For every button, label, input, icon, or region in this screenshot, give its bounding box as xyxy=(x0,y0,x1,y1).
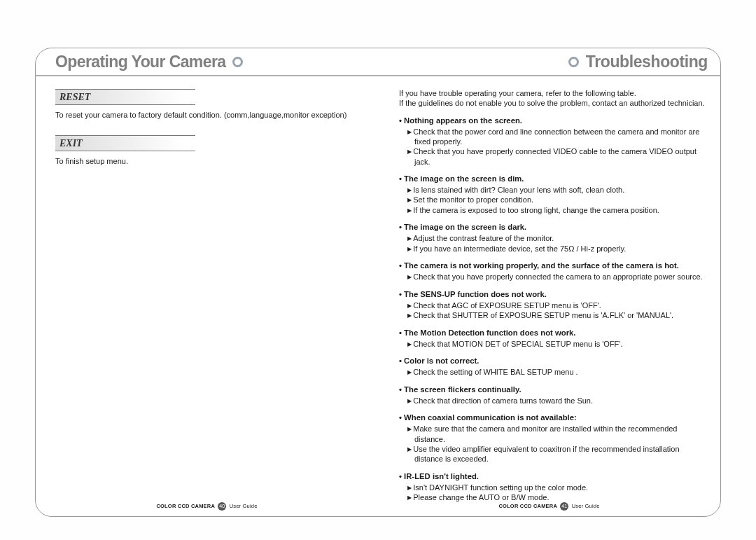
header-right-title: Troubleshooting xyxy=(586,53,708,71)
header-right: Troubleshooting xyxy=(568,53,708,71)
issue-step: Check that you have properly connected V… xyxy=(399,146,705,167)
section-body-exit: To finish setup menu. xyxy=(55,157,365,167)
section-body-reset: To reset your camera to factory default … xyxy=(55,111,365,120)
issue-title: Color is not correct. xyxy=(399,356,705,366)
issue-title: The image on the screen is dark. xyxy=(399,222,705,232)
footer-label: User Guide xyxy=(572,503,600,509)
issue-title: When coaxial communication is not availa… xyxy=(399,413,705,422)
issue-item: The SENS-UP function does not work.Check… xyxy=(399,289,705,321)
issue-step: Check that the power cord and line conne… xyxy=(399,127,705,147)
issue-item: The Motion Detection function does not w… xyxy=(399,328,705,349)
circle-icon xyxy=(568,57,579,67)
issue-title: The Motion Detection function does not w… xyxy=(399,328,705,338)
intro-text: If you have trouble operating your camer… xyxy=(399,89,705,109)
issue-step: If you have an intermediate device, set … xyxy=(399,244,705,254)
footer-label: User Guide xyxy=(230,503,258,509)
circle-icon xyxy=(232,57,243,67)
intro-line-2: If the guidelines do not enable you to s… xyxy=(399,99,705,109)
issue-step: If the camera is exposed to too strong l… xyxy=(399,205,705,215)
intro-line-1: If you have trouble operating your camer… xyxy=(399,89,705,99)
issue-step: Check that direction of camera turns tow… xyxy=(399,396,705,406)
issue-item: Nothing appears on the screen.Check that… xyxy=(399,116,705,167)
right-page: If you have trouble operating your camer… xyxy=(378,76,720,516)
issue-step: Set the monitor to proper condition. xyxy=(399,195,705,205)
troubleshooting-list: Nothing appears on the screen.Check that… xyxy=(399,116,705,503)
issue-step: Adjust the contrast feature of the monit… xyxy=(399,233,705,243)
issue-step: Check that SHUTTER of EXPOSURE SETUP men… xyxy=(399,310,705,320)
section-header-reset: RESET xyxy=(55,89,195,105)
issue-title: The SENS-UP function does not work. xyxy=(399,289,705,299)
issue-step: Please change the AUTO or B/W mode. xyxy=(399,492,705,502)
left-footer: COLOR CCD CAMERA 40 User Guide xyxy=(36,502,378,511)
issue-step: Isn't DAYNIGHT function setting up the c… xyxy=(399,483,705,492)
page-number-badge: 40 xyxy=(218,502,226,511)
issue-item: IR-LED isn't lighted.Isn't DAYNIGHT func… xyxy=(399,471,705,503)
issue-step: Check the setting of WHITE BAL SETUP men… xyxy=(399,367,705,377)
issue-title: The image on the screen is dim. xyxy=(399,174,705,184)
content-columns: RESET To reset your camera to factory de… xyxy=(36,76,720,516)
footer-product: COLOR CCD CAMERA xyxy=(498,503,557,509)
issue-item: The camera is not working properly, and … xyxy=(399,261,705,282)
issue-step: Is lens stained with dirt? Clean your le… xyxy=(399,185,705,195)
right-footer: COLOR CCD CAMERA 41 User Guide xyxy=(378,502,720,511)
issue-item: The image on the screen is dim.Is lens s… xyxy=(399,174,705,215)
issue-item: When coaxial communication is not availa… xyxy=(399,413,705,464)
header-left-title: Operating Your Camera xyxy=(55,53,225,71)
header-left: Operating Your Camera xyxy=(55,53,568,71)
issue-title: IR-LED isn't lighted. xyxy=(399,471,705,481)
issue-step: Check that MOTION DET of SPECIAL SETUP m… xyxy=(399,339,705,349)
issue-title: The camera is not working properly, and … xyxy=(399,261,705,270)
page-number-badge: 41 xyxy=(560,502,568,511)
issue-title: The screen flickers continually. xyxy=(399,385,705,394)
issue-item: The image on the screen is dark.Adjust t… xyxy=(399,222,705,254)
manual-spread: Operating Your Camera Troubleshooting RE… xyxy=(35,48,721,517)
issue-item: The screen flickers continually.Check th… xyxy=(399,385,705,406)
footer-product: COLOR CCD CAMERA xyxy=(156,503,215,509)
section-header-exit: EXIT xyxy=(55,135,195,151)
issue-step: Make sure that the camera and monitor ar… xyxy=(399,424,705,444)
issue-step: Check that you have properly connected t… xyxy=(399,272,705,282)
issue-step: Check that AGC of EXPOSURE SETUP menu is… xyxy=(399,300,705,310)
issue-step: Use the video amplifier equivalent to co… xyxy=(399,444,705,464)
page-header: Operating Your Camera Troubleshooting xyxy=(36,48,720,76)
issue-item: Color is not correct.Check the setting o… xyxy=(399,356,705,378)
left-page: RESET To reset your camera to factory de… xyxy=(36,76,378,516)
issue-title: Nothing appears on the screen. xyxy=(399,116,705,125)
